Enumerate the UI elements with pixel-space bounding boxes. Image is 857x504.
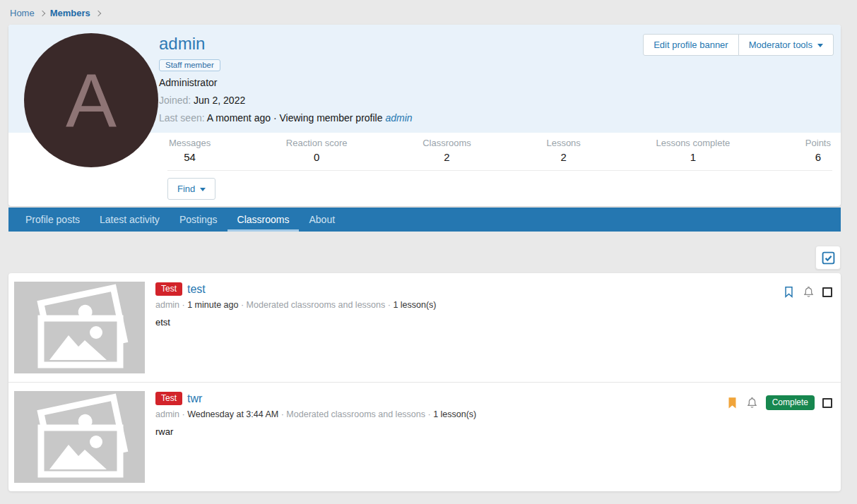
last-seen-value: A moment ago	[207, 112, 271, 124]
classroom-thumbnail[interactable]	[14, 391, 145, 483]
prefix-badge[interactable]: Test	[155, 282, 182, 296]
stat-label[interactable]: Points	[805, 138, 831, 148]
moderator-tools-button[interactable]: Moderator tools	[738, 34, 834, 56]
tab-about[interactable]: About	[299, 208, 345, 232]
classroom-description: rwar	[155, 426, 726, 437]
classroom-meta: admin · Wednesday at 3:44 AM · Moderated…	[155, 409, 726, 419]
classroom-thumbnail[interactable]	[14, 282, 145, 373]
find-button-label: Find	[177, 184, 195, 194]
last-seen-line: Last seen: A moment ago · Viewing member…	[159, 112, 841, 124]
stat-label[interactable]: Messages	[169, 138, 211, 148]
select-checkbox[interactable]	[822, 398, 832, 408]
stat-value: 1	[656, 151, 730, 163]
stat-classrooms: Classrooms 2	[422, 138, 471, 163]
stat-lessons-complete: Lessons complete 1	[656, 138, 730, 163]
prefix-badge[interactable]: Test	[155, 392, 182, 405]
lesson-count: 1 lesson(s)	[433, 409, 476, 419]
profile-stats: Messages 54 Reaction score 0 Classrooms …	[167, 133, 832, 171]
stat-value: 6	[805, 151, 831, 163]
dot-separator: ·	[182, 409, 185, 419]
find-button[interactable]: Find	[167, 178, 215, 200]
joined-label: Joined:	[159, 95, 191, 106]
bell-icon[interactable]	[746, 397, 758, 409]
user-role: Administrator	[159, 77, 841, 88]
tab-latest-activity[interactable]: Latest activity	[90, 208, 170, 232]
avatar[interactable]: A	[24, 33, 158, 167]
classroom-item-actions	[783, 282, 832, 298]
image-placeholder-icon	[14, 391, 145, 483]
classroom-item: Test test admin · 1 minute ago · Moderat…	[8, 273, 841, 382]
profile-lower: Messages 54 Reaction score 0 Classrooms …	[159, 133, 841, 200]
viewing-text: Viewing member profile	[279, 112, 382, 124]
profile-header-card: Edit profile banner Moderator tools admi…	[8, 25, 841, 206]
classroom-meta: admin · 1 minute ago · Moderated classro…	[155, 300, 783, 310]
breadcrumb-home[interactable]: Home	[10, 8, 35, 18]
breadcrumb-members[interactable]: Members	[50, 8, 90, 18]
moderated-text: Moderated classrooms and lessons	[286, 409, 425, 419]
classroom-title-row: Test test	[155, 282, 783, 296]
dot-separator: ·	[388, 300, 391, 310]
select-all-button[interactable]	[815, 246, 841, 270]
stat-value: 2	[546, 151, 580, 163]
last-seen-label: Last seen:	[159, 112, 205, 124]
classrooms-list: Test test admin · 1 minute ago · Moderat…	[8, 273, 841, 491]
stat-value: 2	[422, 151, 471, 163]
author-link[interactable]: admin	[155, 409, 179, 419]
viewing-profile-link[interactable]: admin	[385, 112, 412, 124]
bookmark-filled-icon[interactable]	[726, 397, 738, 409]
profile-header-buttons: Edit profile banner Moderator tools	[643, 34, 834, 56]
dot-separator: ·	[273, 112, 277, 124]
joined-value: Jun 2, 2022	[194, 95, 245, 106]
select-checkbox[interactable]	[822, 287, 832, 297]
joined-line: Joined: Jun 2, 2022	[159, 95, 841, 106]
stat-value: 54	[169, 151, 211, 163]
classroom-item-main: Test twr admin · Wednesday at 3:44 AM · …	[155, 391, 726, 483]
moderator-tools-label: Moderator tools	[749, 40, 812, 50]
complete-badge: Complete	[766, 395, 815, 410]
chevron-right-icon	[39, 11, 45, 16]
tab-classrooms[interactable]: Classrooms	[227, 208, 300, 232]
classroom-title-link[interactable]: test	[187, 283, 206, 296]
classroom-description: etst	[155, 317, 783, 328]
image-placeholder-icon	[14, 282, 145, 373]
stat-label[interactable]: Reaction score	[286, 138, 348, 148]
profile-tabs: Profile posts Latest activity Postings C…	[8, 208, 841, 232]
bell-icon[interactable]	[803, 286, 815, 298]
stat-reaction-score: Reaction score 0	[286, 138, 348, 163]
tab-profile-posts[interactable]: Profile posts	[16, 208, 90, 232]
stat-messages: Messages 54	[169, 138, 211, 163]
classroom-item: Test twr admin · Wednesday at 3:44 AM · …	[8, 382, 841, 491]
timestamp-link[interactable]: 1 minute ago	[187, 300, 238, 310]
edit-profile-banner-label: Edit profile banner	[654, 40, 728, 50]
avatar-letter: A	[66, 56, 117, 145]
caret-down-icon	[817, 44, 823, 47]
moderated-text: Moderated classrooms and lessons	[247, 300, 386, 310]
dot-separator: ·	[182, 300, 185, 310]
classroom-title-row: Test twr	[155, 392, 726, 405]
classroom-item-actions: Complete	[726, 391, 832, 410]
author-link[interactable]: admin	[155, 300, 179, 310]
classroom-title-link[interactable]: twr	[187, 392, 202, 405]
dot-separator: ·	[427, 409, 430, 419]
stat-points: Points 6	[805, 138, 831, 163]
dot-separator: ·	[281, 409, 284, 419]
bookmark-icon[interactable]	[783, 286, 795, 298]
classroom-item-main: Test test admin · 1 minute ago · Moderat…	[155, 282, 783, 373]
stat-lessons: Lessons 2	[546, 138, 580, 163]
list-toolbar	[8, 246, 841, 270]
dot-separator: ·	[241, 300, 244, 310]
stat-value: 0	[286, 151, 348, 163]
edit-profile-banner-button[interactable]: Edit profile banner	[643, 34, 739, 56]
caret-down-icon	[200, 188, 206, 191]
stat-label[interactable]: Lessons complete	[656, 138, 730, 148]
check-square-icon	[822, 251, 835, 265]
stat-label[interactable]: Classrooms	[422, 138, 471, 148]
tab-postings[interactable]: Postings	[170, 208, 227, 232]
staff-member-badge: Staff member	[159, 59, 220, 71]
page: Home Members Edit profile banner Moderat…	[0, 0, 857, 491]
timestamp-link[interactable]: Wednesday at 3:44 AM	[187, 409, 278, 419]
lesson-count: 1 lesson(s)	[393, 300, 436, 310]
stat-label[interactable]: Lessons	[546, 138, 580, 148]
chevron-right-icon	[95, 11, 101, 16]
breadcrumb: Home Members	[0, 0, 857, 25]
